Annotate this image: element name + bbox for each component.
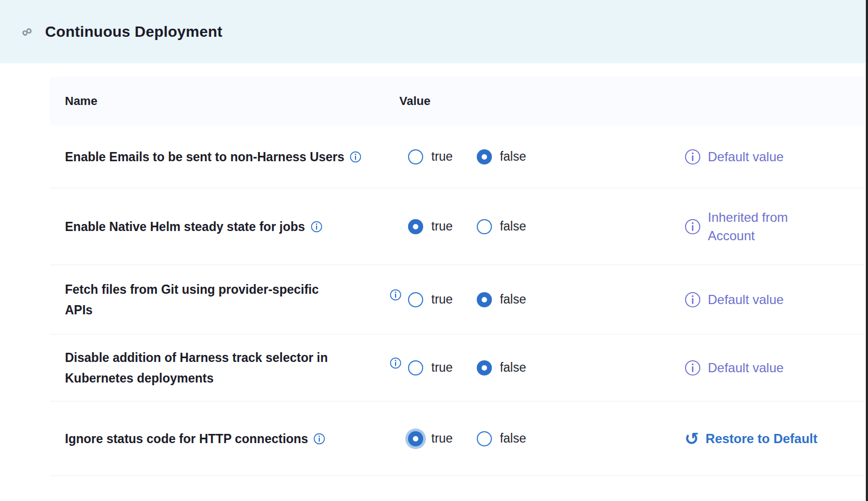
setting-name: Disable addition of Harness track select… <box>65 351 328 385</box>
info-icon[interactable] <box>390 357 402 369</box>
restore-undo-icon: ↺ <box>685 431 699 446</box>
setting-name: Ignore status code for HTTP connections <box>65 432 308 446</box>
setting-name: Enable Emails to be sent to non-Harness … <box>65 150 344 164</box>
status-cell: Default value <box>662 291 865 309</box>
radio-true-label: true <box>431 149 453 164</box>
status-cell: Inherited from Account <box>662 208 865 245</box>
radio-option-false[interactable]: false <box>477 292 527 307</box>
table-row: Ignore status code for HTTP connections … <box>50 401 865 476</box>
radio-option-false[interactable]: false <box>477 360 527 375</box>
radio-false-circle[interactable] <box>477 149 492 164</box>
status-cell: Default value <box>662 359 865 377</box>
setting-name: Fetch files from Git using provider-spec… <box>65 282 319 317</box>
info-icon[interactable] <box>685 149 701 165</box>
page-title: Continuous Deployment <box>45 23 222 41</box>
status-label: Default value <box>708 359 784 377</box>
setting-name-cell: Enable Emails to be sent to non-Harness … <box>65 147 390 167</box>
radio-false-circle[interactable] <box>477 219 492 234</box>
settings-table: Name Value Enable Emails to be sent to n… <box>50 77 865 476</box>
radio-false-label: false <box>500 360 527 375</box>
infinity-link-icon: ∞ <box>19 23 35 41</box>
table-row: Enable Emails to be sent to non-Harness … <box>50 126 865 188</box>
restore-label: Restore to Default <box>706 431 818 446</box>
radio-group: true false <box>408 360 662 375</box>
radio-false-label: false <box>500 431 527 446</box>
status-cell: ↺ Restore to Default <box>662 431 865 446</box>
info-icon[interactable] <box>313 433 325 445</box>
radio-false-label: false <box>500 219 527 234</box>
radio-option-true[interactable]: true <box>408 219 453 234</box>
section-header: ∞ Continuous Deployment <box>0 0 868 63</box>
radio-option-true[interactable]: true <box>408 149 453 164</box>
restore-to-default-button[interactable]: ↺ Restore to Default <box>685 431 818 446</box>
radio-option-false[interactable]: false <box>477 431 527 446</box>
radio-false-label: false <box>500 149 527 164</box>
status-label: Default value <box>708 291 784 309</box>
radio-true-label: true <box>431 360 453 375</box>
radio-true-circle[interactable] <box>408 360 423 375</box>
column-header-name: Name <box>65 94 399 108</box>
info-icon[interactable] <box>350 151 361 163</box>
radio-option-true[interactable]: true <box>408 431 453 446</box>
radio-false-circle[interactable] <box>477 292 492 307</box>
radio-option-true[interactable]: true <box>408 360 453 375</box>
radio-option-false[interactable]: false <box>477 149 527 164</box>
radio-true-label: true <box>431 219 453 234</box>
status-label: Inherited from Account <box>708 208 788 245</box>
radio-true-circle[interactable] <box>408 292 423 307</box>
setting-name-cell: Ignore status code for HTTP connections <box>65 429 390 449</box>
radio-option-false[interactable]: false <box>477 219 527 234</box>
radio-true-circle[interactable] <box>408 219 423 234</box>
table-header-row: Name Value <box>50 77 865 126</box>
info-icon[interactable] <box>390 289 402 301</box>
info-icon[interactable] <box>311 221 323 233</box>
status-info: Default value <box>685 291 784 309</box>
setting-name-cell: Enable Native Helm steady state for jobs <box>65 216 390 237</box>
info-icon[interactable] <box>685 219 701 235</box>
status-info: Default value <box>685 359 784 377</box>
setting-name-cell: Disable addition of Harness track select… <box>65 347 390 388</box>
radio-true-circle[interactable] <box>408 149 423 164</box>
table-row: Fetch files from Git using provider-spec… <box>50 265 865 334</box>
radio-group: true false <box>408 219 662 234</box>
radio-true-label: true <box>431 431 453 446</box>
info-icon-slot <box>390 362 408 374</box>
table-row: Enable Native Helm steady state for jobs… <box>50 188 865 265</box>
setting-name: Enable Native Helm steady state for jobs <box>65 220 305 234</box>
table-row: Disable addition of Harness track select… <box>50 334 865 401</box>
radio-true-circle[interactable] <box>408 431 423 446</box>
status-info: Inherited from Account <box>685 208 788 245</box>
radio-false-circle[interactable] <box>477 360 492 375</box>
radio-option-true[interactable]: true <box>408 292 453 307</box>
radio-false-circle[interactable] <box>477 431 492 446</box>
status-label: Default value <box>708 148 784 166</box>
radio-false-label: false <box>500 292 527 307</box>
setting-name-cell: Fetch files from Git using provider-spec… <box>65 279 390 320</box>
radio-group: true false <box>408 292 662 307</box>
status-info: Default value <box>685 148 784 166</box>
status-cell: Default value <box>662 148 865 166</box>
info-icon-slot <box>390 294 408 306</box>
table-body: Enable Emails to be sent to non-Harness … <box>50 126 865 476</box>
radio-true-label: true <box>431 292 453 307</box>
radio-group: true false <box>408 431 662 446</box>
info-icon[interactable] <box>685 292 701 308</box>
column-header-value: Value <box>399 94 430 108</box>
radio-group: true false <box>408 149 662 164</box>
info-icon[interactable] <box>685 360 701 376</box>
screen-edge <box>866 0 868 501</box>
